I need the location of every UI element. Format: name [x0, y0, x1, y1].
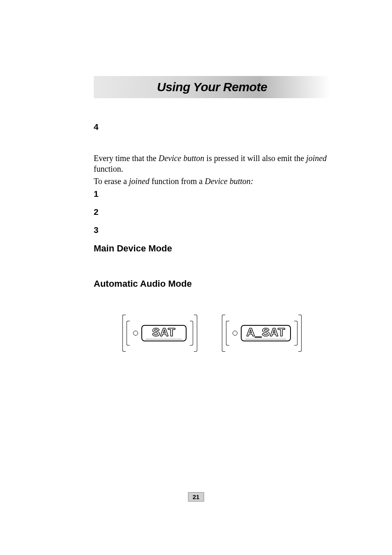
sub-step-2: 2: [94, 207, 330, 217]
bracket-left-inner-icon: [127, 321, 130, 345]
bracket-right-icon: [194, 315, 197, 352]
heading-main-device-mode: Main Device Mode: [94, 243, 330, 254]
step-4: 4: [94, 122, 330, 132]
lcd-text: SAT: [152, 327, 175, 338]
section-title-banner: Using Your Remote: [94, 76, 330, 98]
heading-automatic-audio-mode: Automatic Audio Mode: [94, 279, 330, 289]
bracket-right-inner-icon: [294, 321, 297, 345]
bracket-left-icon: [222, 315, 225, 352]
paragraph-2: To erase a joined function from a Device…: [94, 176, 330, 187]
text-run: To erase a: [94, 177, 129, 186]
text-run: Every time that the: [94, 154, 159, 163]
text-italic: joined: [306, 154, 327, 163]
text-italic: joined: [129, 177, 150, 186]
lcd-text: A_SAT: [247, 327, 286, 338]
sub-step-3: 3: [94, 225, 330, 235]
sub-step-2-number: 2: [94, 207, 104, 217]
lcd-display-asat: A_SAT: [241, 325, 291, 341]
page-number: 21: [188, 492, 204, 502]
bracket-right-icon: [298, 315, 302, 352]
text-italic: Device button:: [205, 177, 253, 186]
section-title: Using Your Remote: [94, 80, 330, 94]
lcd-underline-icon: [146, 339, 182, 339]
text-run: is pressed it will also emit the: [204, 154, 306, 163]
lcd-unit-left: SAT: [122, 315, 197, 352]
bracket-left-icon: [122, 315, 126, 352]
sub-steps-list: 1 2 3: [94, 189, 330, 235]
lcd-displays-row: SAT A_SAT: [94, 315, 330, 352]
sub-step-1-number: 1: [94, 189, 104, 199]
paragraph-1: Every time that the Device button is pre…: [94, 153, 330, 174]
text-run: function from a: [150, 177, 205, 186]
step-4-number: 4: [94, 122, 104, 132]
bracket-right-inner-icon: [190, 321, 193, 345]
text-run: function.: [94, 164, 123, 173]
bracket-left-inner-icon: [226, 321, 229, 345]
indicator-circle-icon: [233, 331, 238, 336]
indicator-circle-icon: [133, 331, 138, 336]
text-italic: Device button: [159, 154, 205, 163]
sub-step-3-number: 3: [94, 225, 104, 235]
lcd-display-sat: SAT: [141, 325, 187, 341]
lcd-underline-icon: [246, 339, 286, 339]
sub-step-1: 1: [94, 189, 330, 199]
lcd-unit-right: A_SAT: [222, 315, 302, 352]
